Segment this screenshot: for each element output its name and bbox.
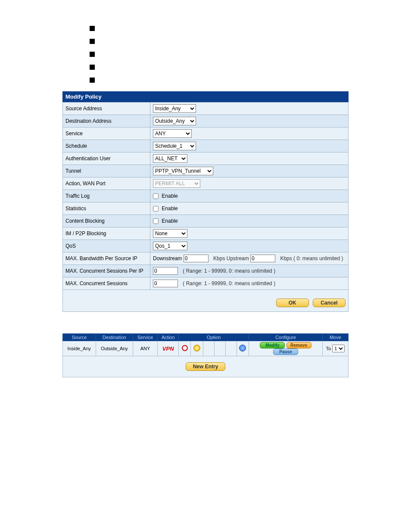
traffic-log-label: Traffic Log <box>63 190 150 202</box>
policy-list-table: Source Destination Service Action Option… <box>62 333 349 356</box>
max-bw-label: MAX. Bandwidth Per Source IP <box>63 252 150 265</box>
cell-destination: Outside_Any <box>96 341 133 356</box>
col-action: Action <box>158 334 179 341</box>
tunnel-select[interactable]: PPTP_VPN_Tunnel <box>153 167 213 175</box>
policy-list-panel: Source Destination Service Action Option… <box>62 333 349 377</box>
cell-move: To 1 <box>322 341 348 356</box>
panel-title: Modify Policy <box>62 91 349 102</box>
tunnel-label: Tunnel <box>63 165 150 177</box>
imp2p-label: IM / P2P Blocking <box>63 227 150 240</box>
bullet-square <box>90 65 95 70</box>
col-service: Service <box>133 334 158 341</box>
form-button-row: OK Cancel <box>62 290 349 312</box>
content-blocking-enable[interactable]: Enable <box>153 218 178 224</box>
new-entry-row: New Entry <box>62 356 349 377</box>
enable-text: Enable <box>162 193 177 199</box>
traffic-log-enable[interactable]: Enable <box>153 193 178 199</box>
schedule-label: Schedule <box>63 140 150 152</box>
destination-address-select[interactable]: Outside_Any <box>153 117 196 125</box>
cancel-button[interactable]: Cancel <box>313 299 346 307</box>
cell-action-vpn: VPN <box>158 341 179 356</box>
qos-select[interactable]: Qos_1 <box>153 242 187 250</box>
kbps-upstream-label: Kbps Upstream <box>213 255 249 261</box>
col-destination: Destination <box>96 334 133 341</box>
statistics-checkbox[interactable] <box>153 206 159 212</box>
bw-tail-hint: Kbps ( 0: means unlimited ) <box>280 255 343 261</box>
auth-user-select[interactable]: ALL_NET <box>153 154 187 163</box>
option-cell <box>214 341 225 356</box>
imp2p-select[interactable]: None <box>153 229 187 238</box>
globe-icon <box>239 345 246 352</box>
source-address-label: Source Address <box>63 103 150 115</box>
option-cell <box>225 341 237 356</box>
source-address-select[interactable]: Inside_Any <box>153 104 196 113</box>
bullet-square <box>90 78 95 83</box>
service-label: Service <box>63 128 150 140</box>
upstream-input[interactable] <box>250 255 275 262</box>
col-option: Option <box>179 334 249 341</box>
cell-source: Inside_Any <box>63 341 96 356</box>
move-to-select[interactable]: 1 <box>332 345 345 352</box>
enable-text: Enable <box>162 205 177 212</box>
bullet-square <box>90 39 95 44</box>
top-bullet-list <box>90 26 411 83</box>
content-blocking-label: Content Blocking <box>63 215 150 227</box>
cell-service: ANY <box>133 341 158 356</box>
col-source: Source <box>63 334 96 341</box>
auth-user-label: Authentication User <box>63 152 150 165</box>
statistics-label: Statistics <box>63 202 150 215</box>
qos-label: QoS <box>63 240 150 252</box>
action-wan-label: Action, WAN Port <box>63 177 150 190</box>
max-sess-label: MAX. Concurrent Sessions <box>63 277 150 290</box>
service-select[interactable]: ANY <box>153 129 192 138</box>
traffic-log-checkbox[interactable] <box>153 193 159 199</box>
downstream-label: Downstream <box>153 255 182 261</box>
destination-address-label: Destination Address <box>63 115 150 128</box>
downstream-input[interactable] <box>184 255 209 262</box>
enable-text: Enable <box>162 218 177 224</box>
remove-button[interactable]: Remove <box>286 342 311 348</box>
max-sess-per-ip-input[interactable] <box>153 267 178 275</box>
policy-form-table: Source Address Inside_Any Destination Ad… <box>62 102 349 290</box>
max-sess-per-ip-hint: ( Range: 1 - 99999, 0: means unlimited ) <box>183 268 275 274</box>
action-wan-select: PERMIT ALL <box>153 179 200 188</box>
clock-icon <box>182 345 188 351</box>
max-sess-per-ip-label: MAX. Concurrent Sessions Per IP <box>63 265 150 277</box>
bullet-square <box>90 52 95 57</box>
new-entry-button[interactable]: New Entry <box>186 362 225 371</box>
col-move: Move <box>322 334 348 341</box>
blocking-icon <box>193 345 200 352</box>
option-cell <box>203 341 214 356</box>
modify-button[interactable]: Modify <box>260 342 285 348</box>
bullet-square <box>90 26 95 31</box>
modify-policy-panel: Modify Policy Source Address Inside_Any … <box>62 91 349 312</box>
max-sess-hint: ( Range: 1 - 99999, 0: means unlimited ) <box>183 280 275 286</box>
pause-button[interactable]: Pause <box>273 348 298 355</box>
col-configure: Configure <box>249 334 323 341</box>
content-blocking-checkbox[interactable] <box>153 218 159 224</box>
to-label: To <box>326 346 331 351</box>
statistics-enable[interactable]: Enable <box>153 205 178 212</box>
cell-configure: Modify Remove Pause <box>249 341 323 356</box>
table-row: Inside_Any Outside_Any ANY VPN Modify Re… <box>63 341 349 356</box>
schedule-select[interactable]: Schedule_1 <box>153 142 196 150</box>
max-sess-input[interactable] <box>153 280 178 287</box>
ok-button[interactable]: OK <box>276 299 309 307</box>
